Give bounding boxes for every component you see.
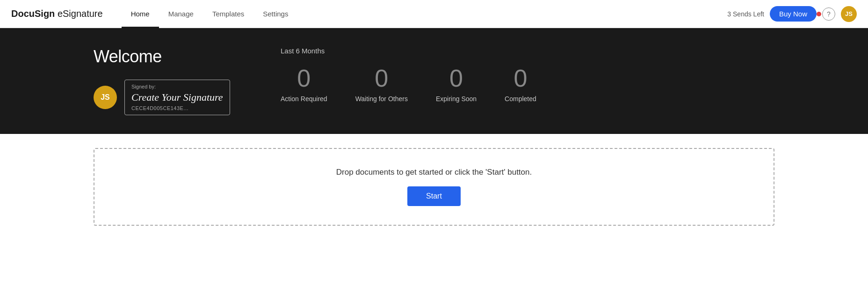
stat-number-waiting-for-others: 0 (375, 66, 388, 90)
signed-by-label: Signed by: (131, 84, 223, 89)
user-avatar-nav[interactable]: JS (841, 6, 857, 22)
drop-zone-section: Drop documents to get started or click t… (0, 134, 868, 240)
welcome-heading: Welcome (94, 47, 243, 66)
logo-esig: eSignature (55, 8, 102, 19)
stat-number-action-required: 0 (297, 66, 311, 90)
navbar: DocuSign eSignature Home Manage Template… (0, 0, 868, 28)
avatar: JS (94, 86, 117, 109)
stat-number-completed: 0 (514, 66, 527, 90)
stat-completed: 0Completed (505, 66, 536, 103)
stat-label-action-required: Action Required (281, 95, 327, 103)
stat-label-completed: Completed (505, 95, 536, 103)
nav-right: 3 Sends Left Buy Now ? JS (727, 6, 857, 22)
signature-info: Signed by: Create Your Signature CECE4D0… (124, 80, 230, 115)
stat-number-expiring-soon: 0 (449, 66, 463, 90)
drop-zone[interactable]: Drop documents to get started or click t… (94, 148, 774, 226)
logo-text: DocuSign eSignature (11, 8, 103, 19)
nav-settings[interactable]: Settings (253, 0, 297, 28)
signature-script-text: Create Your Signature (131, 91, 223, 103)
stat-label-expiring-soon: Expiring Soon (436, 95, 477, 103)
help-icon[interactable]: ? (822, 7, 835, 21)
period-label: Last 6 Months (281, 47, 774, 55)
logo-docusign: DocuSign (11, 8, 55, 19)
drop-zone-text: Drop documents to get started or click t… (336, 168, 532, 177)
nav-manage[interactable]: Manage (159, 0, 203, 28)
stat-waiting-for-others: 0Waiting for Others (355, 66, 408, 103)
sends-left-label: 3 Sends Left (727, 10, 764, 18)
sig-code: CECE4D005CE143E... (131, 105, 223, 111)
nav-links: Home Manage Templates Settings (122, 0, 728, 28)
hero-left: Welcome JS Signed by: Create Your Signat… (94, 47, 243, 115)
stat-expiring-soon: 0Expiring Soon (436, 66, 477, 103)
notification-dot (817, 12, 821, 16)
stat-action-required: 0Action Required (281, 66, 327, 103)
nav-home[interactable]: Home (122, 0, 159, 28)
buy-now-button[interactable]: Buy Now (770, 6, 817, 22)
hero-section: Welcome JS Signed by: Create Your Signat… (0, 28, 868, 134)
logo[interactable]: DocuSign eSignature (11, 8, 103, 19)
signature-block: JS Signed by: Create Your Signature CECE… (94, 80, 243, 115)
stat-label-waiting-for-others: Waiting for Others (355, 95, 408, 103)
hero-right: Last 6 Months 0Action Required0Waiting f… (281, 47, 774, 103)
stats-row: 0Action Required0Waiting for Others0Expi… (281, 66, 774, 103)
start-button[interactable]: Start (407, 186, 461, 206)
nav-templates[interactable]: Templates (203, 0, 253, 28)
